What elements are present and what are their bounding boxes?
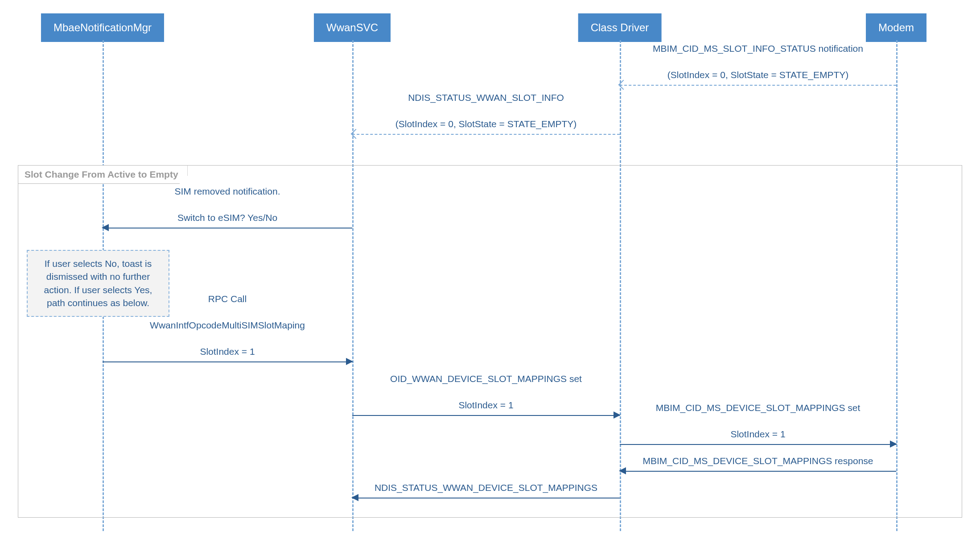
msg-text-line: (SlotIndex = 0, SlotState = STATE_EMPTY) [667,70,849,80]
arrow-left-icon [102,224,109,231]
msg-text-line: NDIS_STATUS_WWAN_SLOT_INFO [408,92,564,103]
arrow-left-icon [351,494,358,501]
arrow-left-icon [619,467,626,474]
participant-mbae: MbaeNotificationMgr [41,13,164,42]
msg-text-line: WwanIntfOpcodeMultiSIMSlotMaping [150,320,305,330]
sequence-diagram: MbaeNotificationMgr WwanSVC Class Driver… [9,9,971,535]
participant-wwansvc: WwanSVC [314,13,391,42]
msg-text-line: SlotIndex = 1 [458,400,513,410]
msg-text-line: MBIM_CID_MS_DEVICE_SLOT_MAPPINGS set [656,403,861,413]
msg-text-line: Switch to eSIM? Yes/No [177,212,277,223]
msg-text-line: MBIM_CID_MS_DEVICE_SLOT_MAPPINGS respons… [642,456,873,466]
msg-text-line: MBIM_CID_MS_SLOT_INFO_STATUS notificatio… [653,43,863,54]
msg-text-line: NDIS_STATUS_WWAN_DEVICE_SLOT_MAPPINGS [375,482,597,493]
msg-text-line: SlotIndex = 1 [200,346,255,357]
msg-text-line: (SlotIndex = 0, SlotState = STATE_EMPTY) [395,119,577,129]
msg-text-line: SlotIndex = 1 [730,429,785,439]
msg-text-line: RPC Call [208,294,247,304]
msg-text-line: OID_WWAN_DEVICE_SLOT_MAPPINGS set [390,374,582,384]
msg-text-line: SIM removed notification. [175,186,280,196]
